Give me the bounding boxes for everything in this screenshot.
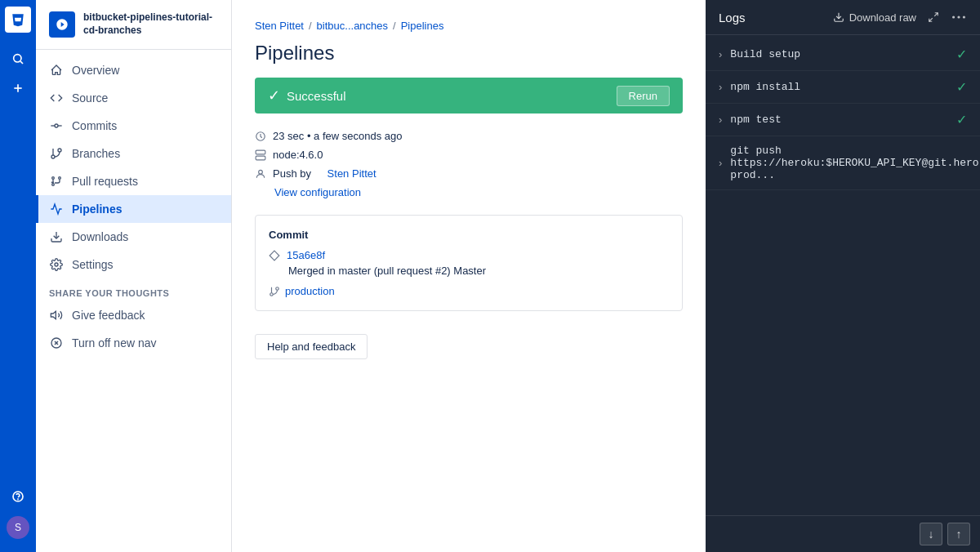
logs-footer: ↓ ↑ — [706, 515, 980, 552]
log-row-build-setup[interactable]: › Build setup ✓ — [706, 38, 980, 71]
search-nav-btn[interactable] — [5, 46, 31, 72]
svg-point-36 — [957, 16, 960, 18]
status-left: ✓ Successful — [268, 87, 346, 105]
svg-line-34 — [929, 18, 933, 21]
help-feedback-button[interactable]: Help and feedback — [255, 334, 368, 359]
help-nav-btn[interactable] — [5, 483, 31, 510]
breadcrumb-repo[interactable]: bitbuc...anches — [317, 20, 388, 32]
user-avatar[interactable]: S — [7, 516, 29, 539]
scroll-up-button[interactable]: ↑ — [947, 523, 970, 545]
download-raw-button[interactable]: Download raw — [833, 11, 916, 24]
sidebar-item-label: Downloads — [72, 230, 128, 243]
breadcrumb-pipelines[interactable]: Pipelines — [401, 20, 444, 32]
commits-icon — [49, 118, 64, 133]
push-row: Push by Sten Pittet — [255, 167, 683, 180]
sidebar-item-label: Source — [72, 91, 108, 105]
sidebar-item-overview[interactable]: Overview — [36, 56, 231, 84]
svg-point-5 — [18, 499, 19, 500]
sidebar-item-pull-requests[interactable]: Pull requests — [36, 167, 231, 195]
chevron-icon: › — [719, 114, 722, 126]
left-panel: Sten Pittet / bitbuc...anches / Pipeline… — [232, 0, 706, 552]
sidebar-item-label: Overview — [72, 64, 119, 77]
log-name: Build setup — [730, 48, 800, 60]
logs-body: › Build setup ✓ › npm install ✓ › — [706, 35, 980, 515]
log-row-git-push[interactable]: › git push https://heroku:$HEROKU_API_KE… — [706, 136, 980, 190]
push-by-label: Push by — [273, 167, 311, 180]
more-options-button[interactable] — [951, 14, 967, 20]
create-nav-btn[interactable] — [5, 75, 31, 101]
sidebar-item-label: Branches — [72, 147, 120, 160]
commit-message: Merged in master (pull request #2) Maste… — [269, 265, 669, 277]
repo-icon — [49, 11, 75, 38]
log-row-npm-test[interactable]: › npm test ✓ — [706, 104, 980, 136]
check-icon: ✓ — [956, 47, 967, 62]
commit-box: Commit 15a6e8f Merged in master (pull re… — [255, 215, 683, 311]
settings-icon — [49, 257, 64, 272]
meta-info: 23 sec • a few seconds ago node:4.6.0 — [255, 130, 683, 198]
rerun-button[interactable]: Rerun — [617, 86, 670, 106]
logs-title: Logs — [719, 11, 746, 24]
repo-name: bitbucket-pipelines-tutorial-cd-branches — [83, 11, 218, 37]
scroll-down-button[interactable]: ↓ — [920, 523, 942, 545]
bitbucket-logo[interactable] — [5, 7, 31, 33]
download-raw-label: Download raw — [849, 11, 916, 24]
sidebar-item-source[interactable]: Source — [36, 84, 231, 112]
downloads-icon — [49, 229, 64, 244]
commit-hash-row: 15a6e8f — [269, 249, 669, 261]
sidebar-item-branches[interactable]: Branches — [36, 140, 231, 167]
branch-link[interactable]: production — [285, 285, 335, 297]
clock-icon — [255, 131, 266, 142]
success-icon: ✓ — [268, 87, 280, 105]
log-name: git push https://heroku:$HEROKU_API_KEY@… — [730, 145, 980, 181]
expand-logs-button[interactable] — [926, 10, 941, 24]
sidebar-item-label: Give feedback — [72, 309, 145, 322]
log-name: npm test — [730, 114, 781, 126]
sidebar-item-commits[interactable]: Commits — [36, 112, 231, 140]
svg-point-6 — [55, 124, 58, 127]
pipelines-icon — [49, 202, 64, 216]
view-config-link[interactable]: View configuration — [274, 186, 683, 198]
commit-diamond-icon — [269, 250, 280, 261]
sidebar-item-settings[interactable]: Settings — [36, 251, 231, 278]
logs-header: Logs Download raw — [706, 0, 980, 35]
sidebar: bitbucket-pipelines-tutorial-cd-branches… — [36, 0, 232, 552]
svg-marker-18 — [51, 311, 56, 318]
sidebar-item-label: Settings — [72, 258, 114, 271]
chevron-icon: › — [719, 48, 722, 60]
main-content: Sten Pittet / bitbuc...anches / Pipeline… — [232, 0, 980, 552]
sidebar-item-label: Pull requests — [72, 175, 138, 188]
svg-point-31 — [270, 292, 274, 296]
breadcrumb-sep-1: / — [309, 20, 312, 32]
sidebar-item-downloads[interactable]: Downloads — [36, 223, 231, 251]
commit-hash-link[interactable]: 15a6e8f — [287, 249, 325, 261]
sidebar-navigation: Overview Source Commits — [36, 50, 231, 552]
log-row-npm-install[interactable]: › npm install ✓ — [706, 71, 980, 104]
svg-point-12 — [52, 177, 55, 180]
repo-header[interactable]: bitbucket-pipelines-tutorial-cd-branches — [36, 0, 231, 50]
sidebar-item-label: Turn off new nav — [72, 336, 157, 349]
sidebar-item-turn-off-nav[interactable]: Turn off new nav — [36, 329, 231, 357]
sidebar-item-give-feedback[interactable]: Give feedback — [36, 301, 231, 329]
megaphone-icon — [49, 308, 64, 323]
svg-point-37 — [963, 16, 965, 18]
breadcrumb-repo-owner[interactable]: Sten Pittet — [255, 20, 304, 32]
svg-line-33 — [934, 13, 938, 16]
global-nav: S — [0, 0, 36, 552]
logs-panel: Logs Download raw — [706, 0, 980, 552]
svg-point-13 — [52, 184, 55, 186]
breadcrumb-sep-2: / — [393, 20, 396, 32]
branches-icon — [49, 146, 64, 161]
commit-section-title: Commit — [269, 229, 669, 241]
status-label: Successful — [287, 89, 346, 103]
branch-row: production — [269, 285, 669, 297]
share-thoughts-label: SHARE YOUR THOUGHTS — [36, 278, 231, 301]
duration-text: 23 sec • a few seconds ago — [273, 130, 402, 142]
sidebar-item-label: Commits — [72, 119, 117, 132]
sidebar-item-pipelines[interactable]: Pipelines — [36, 195, 231, 223]
branch-icon — [269, 286, 280, 297]
svg-rect-24 — [256, 156, 265, 160]
svg-point-14 — [59, 177, 61, 180]
page-title: Pipelines — [255, 42, 683, 65]
svg-point-35 — [952, 16, 955, 18]
push-user-link[interactable]: Sten Pittet — [327, 167, 376, 180]
